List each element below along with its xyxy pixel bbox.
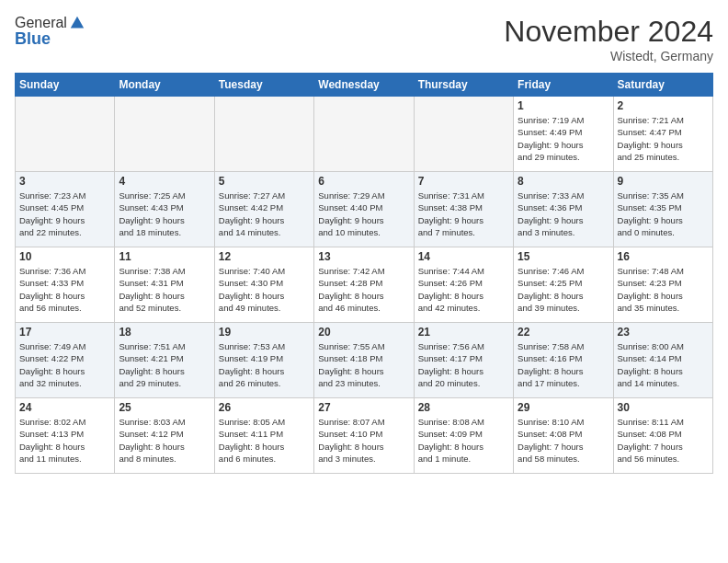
day-info: Sunrise: 8:08 AMSunset: 4:09 PMDaylight:… [418, 416, 509, 465]
calendar-cell: 20Sunrise: 7:55 AMSunset: 4:18 PMDayligh… [314, 323, 414, 398]
day-number: 22 [518, 326, 609, 339]
calendar-cell: 19Sunrise: 7:53 AMSunset: 4:19 PMDayligh… [214, 323, 313, 398]
day-info: Sunrise: 8:03 AMSunset: 4:12 PMDaylight:… [119, 416, 210, 465]
day-number: 30 [618, 401, 709, 414]
day-info: Sunrise: 7:48 AMSunset: 4:23 PMDaylight:… [618, 265, 709, 314]
day-info: Sunrise: 7:38 AMSunset: 4:31 PMDaylight:… [119, 265, 210, 314]
calendar-week-row: 17Sunrise: 7:49 AMSunset: 4:22 PMDayligh… [16, 323, 713, 398]
day-number: 7 [418, 175, 509, 188]
day-info: Sunrise: 7:46 AMSunset: 4:25 PMDaylight:… [518, 265, 609, 314]
day-info: Sunrise: 7:29 AMSunset: 4:40 PMDaylight:… [318, 190, 409, 238]
calendar-cell: 11Sunrise: 7:38 AMSunset: 4:31 PMDayligh… [115, 247, 214, 323]
calendar-cell: 16Sunrise: 7:48 AMSunset: 4:23 PMDayligh… [613, 247, 712, 323]
day-info: Sunrise: 7:40 AMSunset: 4:30 PMDaylight:… [219, 265, 310, 314]
location: Wistedt, Germany [504, 49, 713, 63]
day-number: 5 [219, 175, 310, 188]
day-number: 15 [518, 250, 609, 263]
day-number: 11 [119, 250, 210, 263]
logo-blue-text: Blue [15, 29, 85, 49]
calendar-cell [214, 97, 313, 172]
day-number: 12 [219, 250, 310, 263]
calendar-body: 1Sunrise: 7:19 AMSunset: 4:49 PMDaylight… [16, 97, 713, 474]
day-info: Sunrise: 7:53 AMSunset: 4:19 PMDaylight:… [219, 340, 310, 389]
day-number: 23 [618, 326, 709, 339]
calendar-cell: 29Sunrise: 8:10 AMSunset: 4:08 PMDayligh… [514, 398, 613, 474]
calendar-cell: 27Sunrise: 8:07 AMSunset: 4:10 PMDayligh… [314, 398, 414, 474]
calendar-cell: 28Sunrise: 8:08 AMSunset: 4:09 PMDayligh… [414, 398, 513, 474]
day-info: Sunrise: 7:36 AMSunset: 4:33 PMDaylight:… [19, 265, 110, 314]
col-monday: Monday [115, 74, 214, 97]
col-friday: Friday [514, 74, 613, 97]
day-info: Sunrise: 7:55 AMSunset: 4:18 PMDaylight:… [318, 340, 409, 389]
month-title: November 2024 [504, 15, 713, 49]
day-number: 17 [19, 326, 110, 339]
day-number: 10 [19, 250, 110, 263]
day-number: 27 [318, 401, 409, 414]
calendar-cell: 17Sunrise: 7:49 AMSunset: 4:22 PMDayligh… [16, 323, 115, 398]
calendar-cell: 10Sunrise: 7:36 AMSunset: 4:33 PMDayligh… [16, 247, 115, 323]
calendar-cell: 21Sunrise: 7:56 AMSunset: 4:17 PMDayligh… [414, 323, 513, 398]
day-info: Sunrise: 8:00 AMSunset: 4:14 PMDaylight:… [618, 340, 709, 389]
day-info: Sunrise: 7:31 AMSunset: 4:38 PMDaylight:… [418, 190, 509, 238]
day-number: 28 [418, 401, 509, 414]
day-info: Sunrise: 8:02 AMSunset: 4:13 PMDaylight:… [19, 416, 110, 465]
day-info: Sunrise: 7:51 AMSunset: 4:21 PMDaylight:… [119, 340, 210, 389]
day-number: 9 [618, 175, 709, 188]
day-number: 26 [219, 401, 310, 414]
day-info: Sunrise: 7:27 AMSunset: 4:42 PMDaylight:… [219, 190, 310, 238]
day-number: 24 [19, 401, 110, 414]
day-number: 6 [318, 175, 409, 188]
calendar-cell: 14Sunrise: 7:44 AMSunset: 4:26 PMDayligh… [414, 247, 513, 323]
calendar-cell: 23Sunrise: 8:00 AMSunset: 4:14 PMDayligh… [613, 323, 712, 398]
page: General Blue November 2024 Wistedt, Germ… [0, 0, 728, 563]
calendar-cell [314, 97, 414, 172]
day-info: Sunrise: 7:49 AMSunset: 4:22 PMDaylight:… [19, 340, 110, 389]
calendar-cell: 6Sunrise: 7:29 AMSunset: 4:40 PMDaylight… [314, 172, 414, 247]
day-info: Sunrise: 7:44 AMSunset: 4:26 PMDaylight:… [418, 265, 509, 314]
day-number: 4 [119, 175, 210, 188]
calendar-cell: 3Sunrise: 7:23 AMSunset: 4:45 PMDaylight… [16, 172, 115, 247]
day-info: Sunrise: 8:11 AMSunset: 4:08 PMDaylight:… [618, 416, 709, 465]
day-info: Sunrise: 7:21 AMSunset: 4:47 PMDaylight:… [618, 114, 709, 163]
day-info: Sunrise: 7:42 AMSunset: 4:28 PMDaylight:… [318, 265, 409, 314]
day-number: 21 [418, 326, 509, 339]
day-number: 1 [518, 99, 609, 112]
logo: General Blue [15, 15, 85, 49]
calendar-cell: 4Sunrise: 7:25 AMSunset: 4:43 PMDaylight… [115, 172, 214, 247]
calendar: Sunday Monday Tuesday Wednesday Thursday… [15, 73, 713, 474]
day-info: Sunrise: 7:25 AMSunset: 4:43 PMDaylight:… [119, 190, 210, 238]
calendar-cell: 22Sunrise: 7:58 AMSunset: 4:16 PMDayligh… [514, 323, 613, 398]
calendar-week-row: 24Sunrise: 8:02 AMSunset: 4:13 PMDayligh… [16, 398, 713, 474]
calendar-cell: 2Sunrise: 7:21 AMSunset: 4:47 PMDaylight… [613, 97, 712, 172]
col-thursday: Thursday [414, 74, 513, 97]
day-info: Sunrise: 8:07 AMSunset: 4:10 PMDaylight:… [318, 416, 409, 465]
day-number: 3 [19, 175, 110, 188]
calendar-cell: 15Sunrise: 7:46 AMSunset: 4:25 PMDayligh… [514, 247, 613, 323]
col-sunday: Sunday [16, 74, 115, 97]
col-tuesday: Tuesday [214, 74, 313, 97]
calendar-cell: 25Sunrise: 8:03 AMSunset: 4:12 PMDayligh… [115, 398, 214, 474]
calendar-week-row: 3Sunrise: 7:23 AMSunset: 4:45 PMDaylight… [16, 172, 713, 247]
calendar-cell: 13Sunrise: 7:42 AMSunset: 4:28 PMDayligh… [314, 247, 414, 323]
day-number: 20 [318, 326, 409, 339]
day-info: Sunrise: 7:56 AMSunset: 4:17 PMDaylight:… [418, 340, 509, 389]
day-number: 25 [119, 401, 210, 414]
day-info: Sunrise: 7:58 AMSunset: 4:16 PMDaylight:… [518, 340, 609, 389]
day-number: 13 [318, 250, 409, 263]
col-wednesday: Wednesday [314, 74, 414, 97]
calendar-cell: 5Sunrise: 7:27 AMSunset: 4:42 PMDaylight… [214, 172, 313, 247]
calendar-header-row: Sunday Monday Tuesday Wednesday Thursday… [16, 74, 713, 97]
day-info: Sunrise: 7:19 AMSunset: 4:49 PMDaylight:… [518, 114, 609, 163]
calendar-cell: 26Sunrise: 8:05 AMSunset: 4:11 PMDayligh… [214, 398, 313, 474]
day-info: Sunrise: 7:33 AMSunset: 4:36 PMDaylight:… [518, 190, 609, 238]
day-number: 8 [518, 175, 609, 188]
day-info: Sunrise: 8:05 AMSunset: 4:11 PMDaylight:… [219, 416, 310, 465]
calendar-cell: 18Sunrise: 7:51 AMSunset: 4:21 PMDayligh… [115, 323, 214, 398]
calendar-week-row: 1Sunrise: 7:19 AMSunset: 4:49 PMDaylight… [16, 97, 713, 172]
svg-marker-0 [71, 17, 84, 29]
logo-icon [69, 15, 85, 31]
col-saturday: Saturday [613, 74, 712, 97]
calendar-week-row: 10Sunrise: 7:36 AMSunset: 4:33 PMDayligh… [16, 247, 713, 323]
calendar-cell [16, 97, 115, 172]
day-number: 19 [219, 326, 310, 339]
